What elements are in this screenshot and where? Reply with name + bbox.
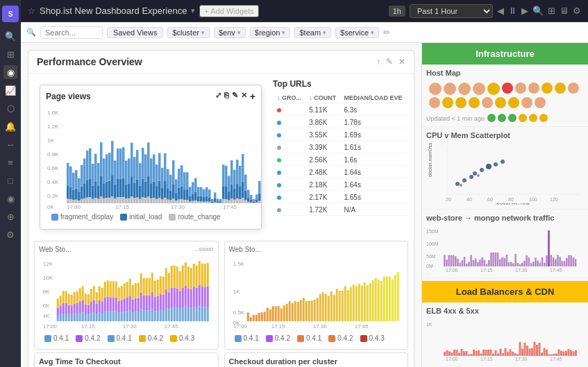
sidebar-icon-search[interactable]: 🔍 bbox=[3, 29, 17, 43]
cell-growth bbox=[274, 142, 305, 153]
search-box[interactable] bbox=[40, 26, 103, 39]
add-widgets-button[interactable]: + Add Widgets bbox=[199, 5, 258, 17]
svg-rect-131 bbox=[180, 199, 183, 203]
svg-rect-463 bbox=[349, 287, 351, 321]
top-urls-container: Top URLs ↓ GRO... ↓ COUNT MEDIAN/LOAD EV… bbox=[273, 79, 408, 235]
sidebar-icon-settings[interactable]: ⚙ bbox=[3, 228, 17, 241]
svg-rect-363 bbox=[160, 310, 162, 321]
sidebar-icon-dashboard[interactable]: ◉ bbox=[3, 65, 17, 79]
svg-text:17:45: 17:45 bbox=[165, 323, 179, 330]
time-range-select[interactable]: Past 1 Hour bbox=[410, 4, 493, 18]
filter-env[interactable]: $env ▾ bbox=[214, 27, 246, 38]
network-bar bbox=[562, 261, 564, 266]
svg-rect-62 bbox=[117, 197, 119, 203]
svg-rect-58 bbox=[111, 141, 114, 176]
svg-rect-341 bbox=[137, 282, 140, 298]
edit-filters-icon[interactable]: ✏ bbox=[383, 28, 390, 37]
svg-rect-213 bbox=[255, 199, 258, 202]
saved-views-button[interactable]: Saved Views bbox=[107, 27, 163, 38]
elb-bar bbox=[512, 352, 514, 356]
team-caret-icon: ▾ bbox=[323, 29, 326, 36]
svg-rect-82 bbox=[133, 157, 136, 182]
host-circle bbox=[442, 97, 453, 108]
svg-rect-56 bbox=[111, 196, 114, 203]
svg-rect-371 bbox=[165, 268, 167, 289]
svg-rect-40 bbox=[94, 154, 97, 182]
env-caret-icon: ▾ bbox=[237, 29, 241, 36]
sidebar-icon-grid[interactable]: ⊞ bbox=[3, 47, 17, 61]
sidebar-icon-map[interactable]: ↔ bbox=[3, 137, 17, 151]
filter-team[interactable]: $team ▾ bbox=[294, 27, 331, 38]
network-bar bbox=[470, 255, 472, 266]
svg-rect-466 bbox=[358, 284, 360, 321]
perf-top-row: Page views ⤢ ⎘ ✎ ✕ + bbox=[28, 74, 414, 241]
svg-rect-36 bbox=[92, 186, 94, 199]
sidebar-icon-apm[interactable]: ◉ bbox=[3, 191, 17, 205]
elb-bar bbox=[444, 352, 446, 356]
elb-bar bbox=[548, 355, 551, 356]
svg-text:17:45: 17:45 bbox=[223, 204, 237, 210]
svg-rect-28 bbox=[83, 158, 86, 183]
svg-text:17:45: 17:45 bbox=[354, 323, 369, 330]
filter-service[interactable]: $service ▾ bbox=[335, 27, 379, 38]
sidebar-icon-alert[interactable]: 🔔 bbox=[3, 119, 17, 133]
host-circle bbox=[495, 97, 506, 108]
cell-growth bbox=[274, 155, 305, 166]
svg-rect-283 bbox=[85, 305, 87, 314]
title-caret-icon[interactable]: ▾ bbox=[191, 6, 195, 15]
search-input[interactable] bbox=[45, 28, 87, 37]
nav-next-icon[interactable]: ▶ bbox=[521, 6, 528, 16]
status-yellow2 bbox=[529, 114, 537, 122]
svg-rect-149 bbox=[197, 201, 200, 203]
legend-041-1: 0.4.1 bbox=[44, 334, 69, 342]
svg-rect-310 bbox=[110, 297, 112, 311]
network-bar bbox=[508, 262, 510, 266]
search-topbar-icon[interactable]: 🔍 bbox=[532, 6, 544, 16]
svg-rect-396 bbox=[190, 308, 192, 321]
app-logo[interactable]: S bbox=[2, 6, 19, 22]
pv-copy-icon[interactable]: ⎘ bbox=[224, 91, 229, 102]
edit-card-icon[interactable]: ✎ bbox=[386, 57, 393, 67]
sidebar-icon-hex[interactable]: ⬡ bbox=[3, 101, 17, 115]
pv-delete-icon[interactable]: ✕ bbox=[241, 91, 247, 102]
legend-042-2: 0.4.2 bbox=[139, 334, 163, 342]
nav-prev-icon[interactable]: ◀ bbox=[497, 6, 504, 16]
svg-rect-129 bbox=[178, 188, 180, 200]
display-icon[interactable]: ⊞ bbox=[548, 6, 555, 16]
svg-rect-320 bbox=[118, 287, 120, 301]
svg-rect-128 bbox=[178, 199, 180, 203]
sidebar-icon-list[interactable]: ≡ bbox=[3, 155, 17, 169]
dot-042-2 bbox=[139, 335, 146, 342]
svg-rect-130 bbox=[178, 169, 180, 188]
filter-region[interactable]: $region ▾ bbox=[250, 27, 291, 38]
svg-rect-175 bbox=[219, 199, 222, 201]
svg-rect-192 bbox=[236, 184, 239, 198]
network-bar bbox=[475, 258, 477, 266]
host-circle bbox=[555, 83, 566, 94]
svg-rect-172 bbox=[217, 199, 219, 202]
time-1h-button[interactable]: 1h bbox=[389, 6, 405, 17]
delete-card-icon[interactable]: ✕ bbox=[398, 57, 405, 67]
sidebar: S 🔍 ⊞ ◉ 📈 ⬡ 🔔 ↔ ≡ □ ◉ ⊕ ⚙ bbox=[0, 0, 21, 367]
network-bar bbox=[484, 260, 486, 266]
svg-rect-299 bbox=[99, 286, 101, 300]
favorite-star-icon[interactable]: ☆ bbox=[28, 6, 35, 16]
elb-bar bbox=[553, 354, 555, 356]
share-icon[interactable]: ↑ bbox=[376, 57, 380, 67]
pv-expand-icon[interactable]: ⤢ bbox=[215, 91, 221, 102]
sidebar-icon-chart[interactable]: 📈 bbox=[3, 83, 17, 97]
sidebar-icon-box[interactable]: □ bbox=[3, 173, 17, 187]
network-bar bbox=[448, 255, 450, 266]
settings-topbar-icon[interactable]: ⚙ bbox=[573, 6, 581, 16]
elb-bar bbox=[514, 353, 516, 356]
svg-rect-307 bbox=[107, 297, 109, 311]
elb-bar bbox=[573, 351, 575, 356]
filter-cluster[interactable]: $cluster ▾ bbox=[167, 27, 210, 38]
svg-rect-319 bbox=[118, 301, 120, 313]
monitor-icon[interactable]: 🖥 bbox=[560, 6, 569, 16]
pv-add-icon[interactable]: + bbox=[250, 91, 255, 102]
region-caret-icon: ▾ bbox=[282, 29, 285, 36]
sidebar-icon-plus[interactable]: ⊕ bbox=[3, 210, 17, 223]
pv-edit-icon[interactable]: ✎ bbox=[232, 91, 238, 102]
pause-icon[interactable]: ⏸ bbox=[508, 6, 517, 16]
